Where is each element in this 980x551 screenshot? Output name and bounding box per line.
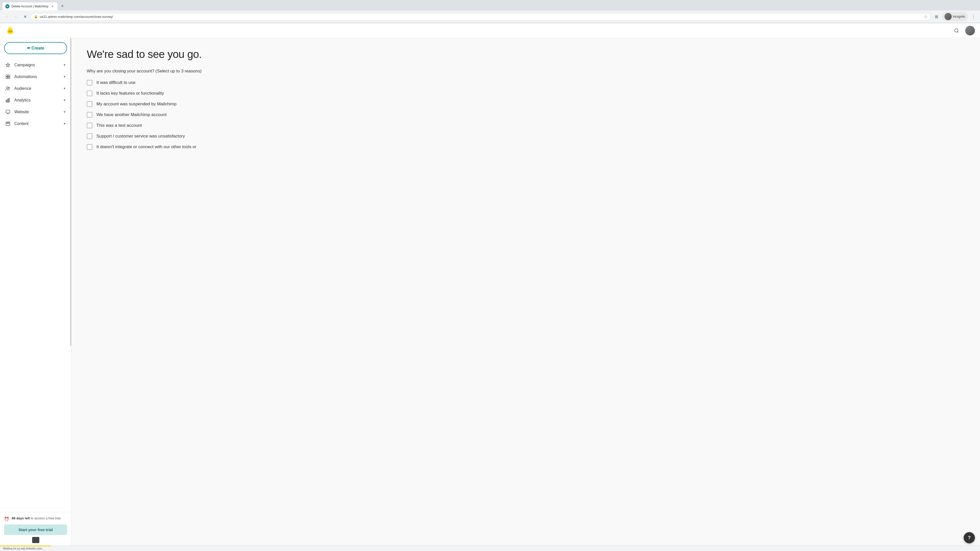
sidebar-item-automations[interactable]: Automations ▼: [0, 71, 71, 83]
audience-chevron: ▼: [63, 87, 66, 90]
checkbox-support[interactable]: [87, 133, 92, 139]
sidebar-item-label-campaigns: Campaigns: [14, 63, 35, 67]
bookmark-icon[interactable]: ☆: [924, 14, 928, 19]
reason-integrate[interactable]: It doesn't integrate or connect with our…: [87, 144, 965, 150]
extensions-button[interactable]: ⊞: [933, 13, 940, 20]
sidebar-item-audience[interactable]: Audience ▼: [0, 83, 71, 94]
sidebar-item-website[interactable]: Website ▼: [0, 106, 71, 118]
nav-right: ⊞ Incognito ⋮: [933, 12, 977, 21]
audience-icon: [5, 86, 11, 91]
chimp-logo-icon: [5, 25, 15, 36]
header-right: [952, 26, 975, 35]
svg-rect-17: [7, 99, 8, 102]
active-tab[interactable]: M Delete Account | Mailchimp ×: [2, 2, 58, 11]
user-avatar[interactable]: [965, 26, 975, 35]
svg-point-8: [8, 27, 12, 30]
reason-support[interactable]: Support / customer service was unsatisfa…: [87, 133, 965, 139]
app-wrapper: ✏ Create Campaigns ▼: [0, 23, 980, 551]
trial-notice: ⏰ 86 days left to access a free trial.: [4, 516, 67, 521]
reason-another-account[interactable]: We have another Mailchimp account: [87, 112, 965, 118]
browser-chrome: M Delete Account | Mailchimp × + ‹ › ✕ 🔒…: [0, 0, 980, 23]
browser-menu-button[interactable]: ⋮: [970, 13, 977, 20]
reload-button[interactable]: ✕: [21, 13, 29, 20]
sidebar-item-analytics[interactable]: Analytics ▼: [0, 94, 71, 106]
reason-test[interactable]: This was a test account: [87, 123, 965, 128]
forward-button[interactable]: ›: [12, 13, 19, 20]
checkbox-suspended[interactable]: [87, 101, 92, 107]
svg-point-15: [8, 87, 10, 89]
svg-rect-16: [6, 100, 7, 102]
reason-support-label: Support / customer service was unsatisfa…: [97, 134, 185, 139]
lock-icon: 🔒: [34, 15, 38, 18]
sidebar-item-label-automations: Automations: [14, 75, 37, 79]
reason-features-label: It lacks key features or functionality: [97, 91, 164, 96]
content-chevron: ▼: [63, 122, 66, 125]
sidebar: ✏ Create Campaigns ▼: [0, 38, 72, 551]
sidebar-bottom: ⏰ 86 days left to access a free trial. S…: [0, 512, 71, 547]
trial-text: 86 days left to access a free trial.: [12, 516, 61, 520]
svg-rect-19: [6, 110, 10, 113]
start-trial-button[interactable]: Start your free trial: [4, 524, 67, 535]
campaigns-icon: [5, 62, 11, 68]
reason-suspended[interactable]: My account was suspended by Mailchimp: [87, 101, 965, 107]
survey-question: Why are you closing your account? (Selec…: [87, 68, 965, 74]
svg-rect-10: [6, 75, 8, 77]
profile-icon: [945, 13, 952, 20]
checkbox-another-account[interactable]: [87, 112, 92, 118]
address-bar[interactable]: 🔒 us21.admin.mailchimp.com/account/close…: [30, 13, 931, 21]
app-layout: ✏ Create Campaigns ▼: [0, 38, 980, 551]
svg-rect-18: [9, 98, 10, 102]
nav-bar: ‹ › ✕ 🔒 us21.admin.mailchimp.com/account…: [0, 11, 980, 23]
page-title: We're sad to see you go.: [87, 48, 965, 60]
svg-point-14: [6, 87, 8, 89]
create-button[interactable]: ✏ Create: [4, 42, 67, 54]
main-content: We're sad to see you go. Why are you clo…: [72, 38, 980, 551]
checkbox-test[interactable]: [87, 123, 92, 128]
automations-icon: [5, 74, 11, 79]
mailchimp-logo: [5, 25, 15, 36]
reason-another-account-label: We have another Mailchimp account: [97, 112, 167, 118]
sidebar-item-label-analytics: Analytics: [14, 98, 30, 103]
svg-rect-13: [8, 77, 10, 79]
sidebar-item-label-content: Content: [14, 121, 29, 126]
content-icon: [5, 121, 11, 127]
campaigns-chevron: ▼: [63, 63, 66, 67]
checkbox-integrate[interactable]: [87, 144, 92, 150]
new-tab-button[interactable]: +: [59, 3, 66, 10]
reason-suspended-label: My account was suspended by Mailchimp: [97, 102, 177, 106]
tab-favicon: M: [5, 4, 10, 8]
tab-bar: M Delete Account | Mailchimp × +: [0, 0, 980, 11]
back-button[interactable]: ‹: [3, 13, 10, 20]
reason-difficult-label: It was difficult to use: [97, 80, 135, 85]
status-bar: Waiting for px.ads.linkedin.com...: [0, 545, 980, 551]
tab-close-button[interactable]: ×: [51, 4, 55, 8]
sidebar-item-content[interactable]: Content ▼: [0, 118, 71, 130]
analytics-chevron: ▼: [63, 98, 66, 102]
automations-chevron: ▼: [63, 75, 66, 79]
reasons-list: It was difficult to use It lacks key fea…: [87, 80, 965, 150]
url-text: us21.admin.mailchimp.com/account/close-s…: [40, 15, 922, 19]
website-chevron: ▼: [63, 110, 66, 114]
profile-button[interactable]: Incognito: [942, 12, 968, 21]
sidebar-item-label-audience: Audience: [14, 86, 32, 91]
search-button[interactable]: [952, 26, 961, 35]
svg-rect-20: [6, 122, 10, 123]
status-text: Waiting for px.ads.linkedin.com...: [3, 547, 44, 550]
sidebar-item-label-website: Website: [14, 110, 29, 114]
checkbox-features[interactable]: [87, 91, 92, 96]
analytics-icon: [5, 97, 11, 103]
svg-point-9: [955, 29, 958, 32]
reason-features[interactable]: It lacks key features or functionality: [87, 91, 965, 96]
svg-rect-12: [6, 77, 8, 79]
checkbox-difficult[interactable]: [87, 80, 92, 86]
website-icon: [5, 109, 11, 115]
reason-test-label: This was a test account: [97, 123, 142, 128]
help-button[interactable]: ?: [964, 532, 975, 543]
scroll-indicator: [70, 38, 71, 346]
reason-difficult[interactable]: It was difficult to use: [87, 80, 965, 86]
reason-integrate-label: It doesn't integrate or connect with our…: [97, 144, 197, 149]
svg-rect-21: [6, 124, 10, 126]
sidebar-item-campaigns[interactable]: Campaigns ▼: [0, 59, 71, 71]
extension-icon: [32, 537, 39, 543]
clock-icon: ⏰: [4, 516, 9, 521]
